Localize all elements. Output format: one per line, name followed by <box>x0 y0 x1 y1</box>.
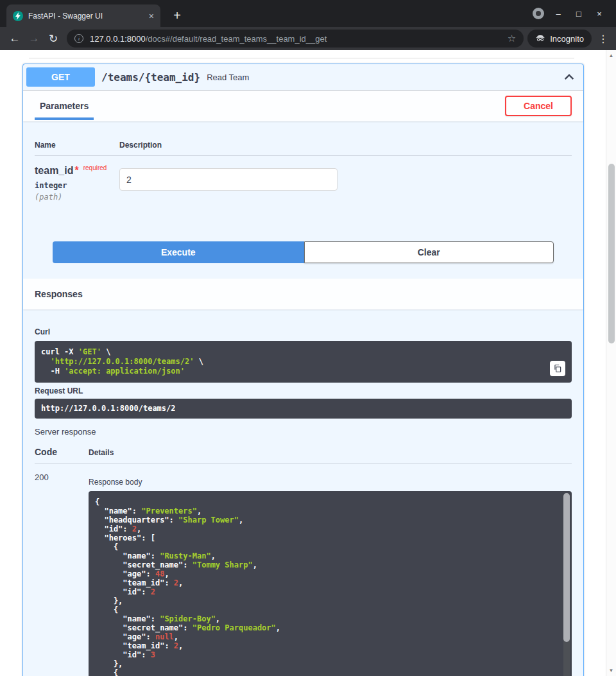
operation-summary: Read Team <box>207 73 249 82</box>
url-host: 127.0.0.1:8000 <box>90 34 146 44</box>
method-badge: GET <box>26 67 95 87</box>
opblock-get: GET /teams/{team_id} Read Team Parameter… <box>22 64 584 676</box>
scroll-down-arrow[interactable]: ▼ <box>606 668 616 673</box>
parameter-type: integer <box>35 181 119 190</box>
parameters-table: Name Description team_id*required intege… <box>23 121 583 263</box>
parameters-table-header: Name Description <box>35 141 572 156</box>
execute-button[interactable]: Execute <box>53 241 304 263</box>
browser-toolbar: ← → ↻ i 127.0.0.1:8000 /docs#/default/re… <box>0 27 616 50</box>
parameter-row: team_id*required integer (path) <box>35 156 572 221</box>
page-info-icon[interactable]: i <box>74 34 83 43</box>
response-body-block: { "name": "Preventers", "headquarters": … <box>89 491 572 676</box>
minimize-button[interactable]: – <box>548 9 569 19</box>
clear-button[interactable]: Clear <box>304 241 554 263</box>
parameter-name: team_id*required <box>35 165 119 177</box>
team-id-input[interactable] <box>119 168 338 191</box>
code-column-header: Code <box>35 447 89 457</box>
browser-tab[interactable]: FastAPI - Swagger UI × <box>6 4 160 27</box>
responses-header: Responses <box>23 279 583 309</box>
response-row: 200 Response body { "name": "Preventers"… <box>35 472 572 676</box>
cancel-button[interactable]: Cancel <box>505 96 572 116</box>
window-controls: – □ × <box>548 0 610 27</box>
window-close-button[interactable]: × <box>589 9 610 19</box>
curl-block: curl -X 'GET' \ 'http://127.0.0.1:8000/t… <box>35 341 572 383</box>
back-button[interactable]: ← <box>5 30 24 48</box>
url-path: /docs#/default/read_team_teams__team_id_… <box>146 34 502 44</box>
curl-label: Curl <box>35 327 572 336</box>
description-column-header: Description <box>119 141 572 150</box>
responses-section: Curl curl -X 'GET' \ 'http://127.0.0.1:8… <box>23 309 583 676</box>
execute-button-group: Execute Clear <box>53 241 554 263</box>
forward-button[interactable]: → <box>24 30 44 48</box>
response-table-header: Code Details <box>35 447 572 464</box>
details-column-header: Details <box>89 448 572 457</box>
server-response-label: Server response <box>35 427 572 437</box>
url-bar[interactable]: i 127.0.0.1:8000 /docs#/default/read_tea… <box>67 30 524 48</box>
browser-menu-button[interactable]: ⋮ <box>595 33 611 45</box>
page-scrollbar: ▲ ▼ <box>606 50 616 676</box>
browser-profile-icon[interactable] <box>533 8 544 19</box>
previous-section-divider <box>29 58 574 58</box>
response-body-code: { "name": "Preventers", "headquarters": … <box>95 498 556 676</box>
tab-close-icon[interactable]: × <box>149 11 154 21</box>
collapse-chevron-icon[interactable] <box>563 71 575 83</box>
request-url-value: http://127.0.0.1:8000/teams/2 <box>41 404 176 413</box>
page-content: GET /teams/{team_id} Read Team Parameter… <box>0 50 616 676</box>
operation-path: /teams/{team_id} <box>101 71 200 83</box>
required-asterisk: * <box>74 165 78 176</box>
curl-code: curl -X 'GET' \ 'http://127.0.0.1:8000/t… <box>41 347 540 376</box>
page-scrollbar-thumb[interactable] <box>608 164 615 343</box>
incognito-icon <box>535 33 545 45</box>
tab-strip: FastAPI - Swagger UI × + – □ × <box>0 0 616 27</box>
incognito-badge: Incognito <box>527 30 592 48</box>
copy-button[interactable] <box>550 361 565 376</box>
tab-parameters[interactable]: Parameters <box>35 101 94 111</box>
fastapi-favicon-icon <box>13 11 23 21</box>
maximize-button[interactable]: □ <box>569 9 589 19</box>
reload-button[interactable]: ↻ <box>44 30 63 48</box>
incognito-label: Incognito <box>550 34 584 44</box>
opblock-summary[interactable]: GET /teams/{team_id} Read Team <box>23 64 583 91</box>
responses-title: Responses <box>35 289 83 299</box>
response-scrollbar-thumb[interactable] <box>563 493 570 642</box>
response-body-label: Response body <box>89 478 572 487</box>
name-column-header: Name <box>35 141 119 150</box>
bookmark-star-icon[interactable]: ☆ <box>508 33 516 44</box>
response-scrollbar <box>563 493 570 676</box>
scroll-up-arrow[interactable]: ▲ <box>606 53 616 58</box>
parameters-header: Parameters Cancel <box>23 91 583 121</box>
request-url-label: Request URL <box>35 386 572 395</box>
required-label: required <box>83 164 107 171</box>
copy-icon <box>553 364 562 373</box>
parameter-location: (path) <box>35 193 119 202</box>
tab-title: FastAPI - Swagger UI <box>28 12 145 21</box>
browser-chrome: FastAPI - Swagger UI × + – □ × ← → ↻ i 1… <box>0 0 616 50</box>
request-url-block: http://127.0.0.1:8000/teams/2 <box>35 399 572 419</box>
status-code: 200 <box>35 472 89 676</box>
new-tab-button[interactable]: + <box>168 6 186 24</box>
